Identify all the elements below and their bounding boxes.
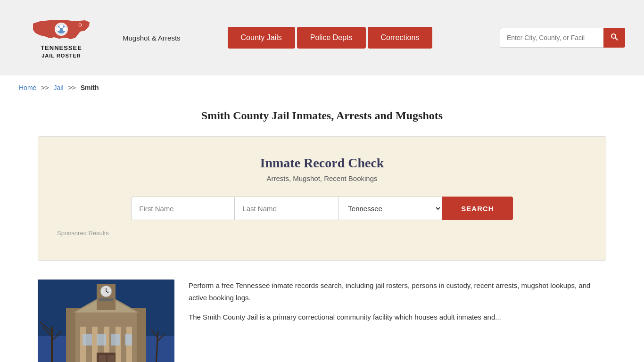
county-jails-button[interactable]: County Jails [228,27,295,49]
svg-rect-31 [107,355,115,362]
breadcrumb-sep2: >> [68,84,75,91]
logo-area: TENNESSEE JAIL ROSTER [19,16,104,59]
content-image [38,280,174,362]
svg-rect-26 [97,334,106,346]
breadcrumb-current: Smith [81,84,99,91]
header-search-button[interactable] [603,28,625,48]
record-check-subtitle: Arrests, Mugshot, Recent Bookings [57,174,587,182]
svg-rect-24 [99,298,113,301]
svg-line-8 [615,38,618,40]
site-header: TENNESSEE JAIL ROSTER Mugshot & Arrests … [0,0,644,75]
logo-map [31,16,92,42]
svg-point-6 [79,24,82,26]
breadcrumb-home[interactable]: Home [19,84,36,91]
police-depts-button[interactable]: Police Depts [297,27,366,49]
search-form: Tennessee Alabama Florida Georgia Kentuc… [57,197,587,220]
record-check-title: Inmate Record Check [57,156,587,171]
svg-rect-27 [111,334,120,346]
content-paragraph-1: Perform a free Tennessee inmate records … [189,280,606,304]
mugshot-arrests-link[interactable]: Mugshot & Arrests [123,34,181,42]
logo-text: TENNESSEE JAIL ROSTER [41,44,82,59]
nav-buttons: County Jails Police Depts Corrections [228,27,433,49]
page-title: Smith County Jail Inmates, Arrests and M… [19,109,625,122]
content-text: Perform a free Tennessee inmate records … [189,280,606,331]
svg-rect-28 [125,334,132,346]
record-search-button[interactable]: SEARCH [442,197,512,220]
breadcrumb-sep1: >> [41,84,49,91]
svg-point-3 [59,25,63,28]
corrections-button[interactable]: Corrections [368,27,433,49]
state-select[interactable]: Tennessee Alabama Florida Georgia Kentuc… [339,197,442,220]
first-name-input[interactable] [131,197,235,220]
last-name-input[interactable] [235,197,339,220]
sponsored-results-label: Sponsored Results [57,230,587,237]
svg-rect-30 [99,355,106,362]
record-check-box: Inmate Record Check Arrests, Mugshot, Re… [38,136,606,261]
content-paragraph-2: The Smith County Jail is a primary corre… [189,311,606,323]
logo-line1: TENNESSEE [41,44,82,52]
page-title-area: Smith County Jail Inmates, Arrests and M… [0,100,644,136]
content-section: Perform a free Tennessee inmate records … [0,275,644,362]
logo-line2: JAIL ROSTER [41,52,82,59]
svg-rect-25 [83,334,92,346]
header-search-area [500,28,625,48]
header-search-input[interactable] [500,28,603,48]
breadcrumb-jail[interactable]: Jail [54,84,64,91]
breadcrumb: Home >> Jail >> Smith [0,75,644,100]
